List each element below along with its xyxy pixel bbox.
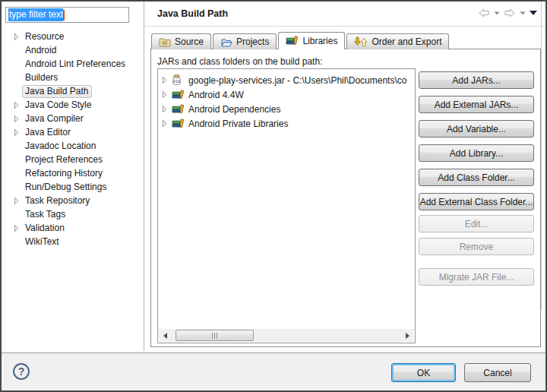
list-label: JARs and class folders on the build path… [157,56,322,67]
ok-button[interactable]: OK [391,363,456,382]
order-arrows-icon [354,36,368,47]
expander-icon[interactable] [14,198,25,204]
tab-label: Source [175,36,204,47]
library-books-icon [286,36,299,46]
add-class-folder-button[interactable]: Add Class Folder... [419,169,534,186]
preferences-dialog: type filter text Resource Android Androi… [0,0,547,392]
preferences-main-pane: Java Build Path Source Projects Librarie… [145,2,545,351]
sidebar-item-validation[interactable]: Validation [2,221,144,235]
tab-label: Libraries [302,36,337,46]
expander-icon[interactable] [14,129,25,136]
back-dropdown-icon[interactable] [494,11,500,15]
pane-edge [541,2,542,310]
preferences-tree: Resource Android Android Lint Preference… [2,30,144,248]
sidebar-item-java-build-path[interactable]: Java Build Path [2,84,144,98]
expander-icon[interactable] [14,115,25,122]
sidebar-item-android-lint-preferences[interactable]: Android Lint Preferences [2,57,144,71]
sidebar-item-refactoring-history[interactable]: Refactoring History [2,166,144,180]
open-folder-icon [220,37,232,47]
tab-source[interactable]: Source [151,33,211,49]
add-library-button[interactable]: Add Library... [419,144,534,162]
sidebar-item-wikitext[interactable]: WikiText [2,235,144,248]
svg-text:010: 010 [173,79,180,84]
list-item-android-private-libraries[interactable]: Android Private Libraries [158,116,415,131]
package-folder-icon [159,37,171,47]
add-variable-button[interactable]: Add Variable... [419,120,534,138]
expander-icon[interactable] [163,120,172,127]
horizontal-scrollbar[interactable] [159,329,414,342]
add-external-class-folder-button[interactable]: Add External Class Folder... [419,193,534,210]
sidebar-item-project-references[interactable]: Project References [2,153,144,166]
build-path-tabs: Source Projects Libraries Order and Expo… [151,32,451,49]
cancel-button[interactable]: Cancel [464,363,531,382]
libraries-tab-panel: JARs and class folders on the build path… [150,49,541,347]
library-books-icon [172,90,185,100]
dialog-button-bar: ? OK Cancel [2,352,545,390]
sidebar-item-run-debug-settings[interactable]: Run/Debug Settings [2,180,144,194]
library-books-icon [172,104,185,115]
scrollbar-thumb[interactable] [175,330,254,341]
forward-dropdown-icon[interactable] [520,11,526,15]
list-item-google-play-services-jar[interactable]: 010 google-play-services.jar - C:\Users\… [158,73,415,87]
list-item-android-44w[interactable]: Android 4.4W [158,87,415,102]
help-button[interactable]: ? [13,363,30,380]
expander-icon[interactable] [14,102,25,109]
filter-selected-text: type filter text [8,8,63,21]
library-books-icon [172,119,185,129]
jar-file-icon: 010 [172,74,185,86]
history-nav [477,8,538,18]
back-icon[interactable] [477,8,491,18]
edit-button[interactable]: Edit... [419,215,534,232]
expander-icon[interactable] [163,77,172,84]
tab-label: Projects [236,36,269,47]
text-caret [63,10,65,21]
thumb-grip [212,333,218,339]
forward-icon[interactable] [503,8,517,18]
sidebar-item-javadoc-location[interactable]: Javadoc Location [2,139,144,153]
expander-icon[interactable] [14,225,25,232]
sidebar-item-builders[interactable]: Builders [2,71,144,84]
tab-order-and-export[interactable]: Order and Export [346,33,449,49]
header-separator [145,26,545,27]
migrate-jar-file-button[interactable]: Migrate JAR File... [419,268,534,286]
scroll-right-icon[interactable] [401,329,414,342]
expander-icon[interactable] [14,33,25,40]
remove-button[interactable]: Remove [419,238,534,255]
sidebar-item-java-editor[interactable]: Java Editor [2,125,144,139]
sidebar-item-java-code-style[interactable]: Java Code Style [2,98,144,112]
scroll-left-icon[interactable] [159,329,172,342]
expander-icon[interactable] [163,91,172,98]
list-item-android-dependencies[interactable]: Android Dependencies [158,102,415,116]
sidebar-item-java-compiler[interactable]: Java Compiler [2,112,144,125]
tab-projects[interactable]: Projects [213,33,277,49]
sidebar-item-task-repository[interactable]: Task Repository [2,194,144,207]
page-title: Java Build Path [157,8,228,19]
add-external-jars-button[interactable]: Add External JARs... [419,96,534,113]
add-jars-button[interactable]: Add JARs... [419,71,534,89]
filter-input[interactable]: type filter text [5,7,129,23]
tab-label: Order and Export [372,36,441,47]
build-path-list[interactable]: 010 google-play-services.jar - C:\Users\… [157,68,416,343]
tab-libraries[interactable]: Libraries [278,32,345,49]
preferences-sidebar: type filter text Resource Android Androi… [2,2,144,351]
sidebar-item-android[interactable]: Android [2,43,144,57]
expander-icon[interactable] [163,106,172,112]
sidebar-item-resource[interactable]: Resource [2,30,144,43]
sidebar-item-task-tags[interactable]: Task Tags [2,207,144,221]
view-menu-icon[interactable] [529,10,538,16]
